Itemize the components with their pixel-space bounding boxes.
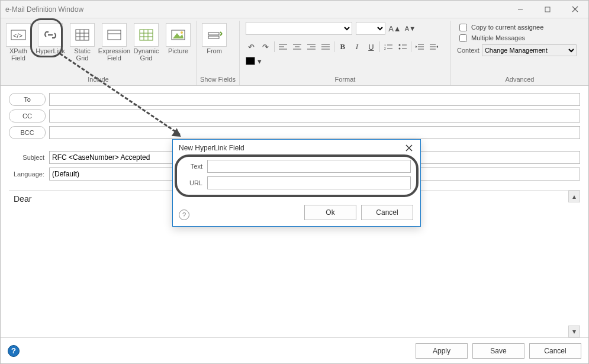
window-controls — [507, 1, 588, 18]
svg-text:</>: </> — [13, 32, 22, 39]
expression-field-button[interactable]: Expression Field — [100, 21, 128, 64]
dialog-text-input[interactable] — [207, 160, 411, 173]
close-button[interactable] — [561, 1, 588, 18]
svg-rect-7 — [76, 30, 89, 40]
font-size-select[interactable] — [356, 22, 385, 35]
ribbon-group-show-fields: From Show Fields — [197, 21, 240, 85]
group-label-advanced: Advanced — [457, 75, 582, 85]
align-center-icon[interactable] — [291, 41, 303, 53]
numbered-list-icon[interactable]: 12 — [382, 41, 394, 53]
static-grid-button[interactable]: Static Grid — [68, 21, 96, 64]
maximize-button[interactable] — [534, 1, 561, 18]
justify-icon[interactable] — [320, 41, 331, 53]
align-right-icon[interactable] — [305, 41, 317, 53]
font-color-dropdown-icon[interactable]: ▾ — [256, 55, 263, 67]
to-button[interactable]: To — [9, 93, 46, 106]
dialog-title: New HyperLink Field — [179, 144, 244, 152]
new-hyperlink-dialog: New HyperLink Field Text URL Ok Cancel ? — [172, 139, 421, 227]
footer: ? Apply Save Cancel — [1, 337, 588, 363]
svg-text:2: 2 — [384, 47, 386, 50]
picture-icon — [166, 23, 191, 47]
ribbon-group-advanced: Copy to current assignee Multiple Messag… — [451, 21, 588, 85]
dynamic-grid-button[interactable]: Dynamic Grid — [132, 21, 160, 64]
ribbon-label: Static Grid — [74, 47, 91, 64]
redo-icon[interactable]: ↷ — [260, 41, 272, 53]
xpath-icon: </> — [6, 23, 31, 47]
dialog-text-label: Text — [182, 163, 202, 170]
group-label-format: Format — [246, 75, 445, 85]
svg-rect-23 — [208, 36, 219, 38]
font-color-swatch[interactable] — [246, 57, 255, 65]
svg-marker-20 — [173, 33, 184, 38]
undo-icon[interactable]: ↶ — [246, 41, 258, 53]
dialog-url-label: URL — [182, 179, 202, 186]
hyperlink-icon — [38, 23, 63, 47]
scroll-down-button[interactable]: ▾ — [568, 326, 580, 337]
cc-input[interactable] — [49, 109, 580, 123]
help-icon[interactable]: ? — [8, 345, 20, 357]
from-button[interactable]: From — [200, 21, 228, 64]
subject-label: Subject — [9, 154, 46, 161]
scroll-up-button[interactable]: ▴ — [568, 191, 580, 202]
picture-button[interactable]: Picture — [164, 21, 192, 64]
dialog-url-input[interactable] — [207, 176, 411, 189]
titlebar: e-Mail Definition Window — [1, 1, 588, 18]
svg-point-43 — [398, 48, 400, 50]
ribbon-label: HyperLink — [36, 47, 65, 64]
to-input[interactable] — [49, 93, 580, 106]
bullet-list-icon[interactable] — [397, 41, 408, 53]
copy-to-assignee-checkbox[interactable]: Copy to current assignee — [457, 22, 582, 33]
italic-icon[interactable]: I — [351, 41, 363, 53]
svg-point-42 — [398, 44, 400, 46]
context-label: Context — [457, 47, 479, 54]
svg-marker-53 — [436, 46, 438, 48]
xpath-field-button[interactable]: </> XPath Field — [4, 21, 33, 64]
group-label-show-fields: Show Fields — [200, 75, 236, 85]
ribbon-group-include: </> XPath Field HyperLink Static Grid Ex… — [1, 21, 197, 85]
email-definition-window: e-Mail Definition Window </> XPath Field… — [0, 0, 589, 364]
expression-icon — [102, 23, 127, 47]
from-icon — [202, 23, 227, 47]
cancel-button[interactable]: Cancel — [529, 343, 581, 359]
dialog-cancel-button[interactable]: Cancel — [361, 205, 413, 220]
indent-icon[interactable] — [428, 41, 440, 53]
bcc-button[interactable]: BCC — [9, 126, 46, 139]
ribbon-label: From — [207, 47, 222, 64]
dialog-ok-button[interactable]: Ok — [304, 205, 356, 220]
shrink-font-icon[interactable]: A▼ — [404, 22, 416, 34]
underline-icon[interactable]: U — [365, 41, 377, 53]
svg-rect-12 — [108, 30, 121, 40]
bcc-input[interactable] — [49, 126, 580, 139]
cc-button[interactable]: CC — [9, 109, 46, 123]
window-title: e-Mail Definition Window — [5, 5, 83, 14]
context-select[interactable]: Change Management — [482, 44, 577, 56]
svg-rect-22 — [208, 33, 219, 35]
svg-rect-1 — [545, 7, 550, 12]
language-label: Language: — [9, 170, 46, 178]
ribbon-label: XPath Field — [9, 47, 27, 64]
dialog-close-button[interactable] — [403, 141, 416, 154]
save-button[interactable]: Save — [472, 343, 524, 359]
grow-font-icon[interactable]: A▲ — [389, 22, 401, 34]
ribbon-label: Picture — [168, 47, 188, 64]
apply-button[interactable]: Apply — [416, 343, 468, 359]
dialog-help-icon[interactable]: ? — [179, 210, 189, 220]
group-label-include: Include — [4, 75, 192, 85]
static-grid-icon — [70, 23, 95, 47]
ribbon-label: Expression Field — [98, 47, 130, 64]
align-left-icon[interactable] — [277, 41, 289, 53]
multiple-messages-checkbox[interactable]: Multiple Messages — [457, 33, 582, 43]
ribbon-label: Dynamic Grid — [134, 47, 159, 64]
svg-line-25 — [220, 34, 222, 36]
minimize-button[interactable] — [507, 1, 534, 18]
font-family-select[interactable] — [246, 22, 352, 35]
outdent-icon[interactable] — [414, 41, 426, 53]
bold-icon[interactable]: B — [337, 41, 349, 53]
svg-marker-49 — [416, 46, 417, 48]
svg-rect-14 — [140, 30, 153, 40]
ribbon: </> XPath Field HyperLink Static Grid Ex… — [1, 18, 588, 86]
svg-point-21 — [181, 31, 183, 34]
dynamic-grid-icon — [134, 23, 159, 47]
hyperlink-button[interactable]: HyperLink — [36, 21, 65, 64]
ribbon-group-format: A▲ A▼ ↶ ↷ B I U 12 — [240, 21, 451, 85]
